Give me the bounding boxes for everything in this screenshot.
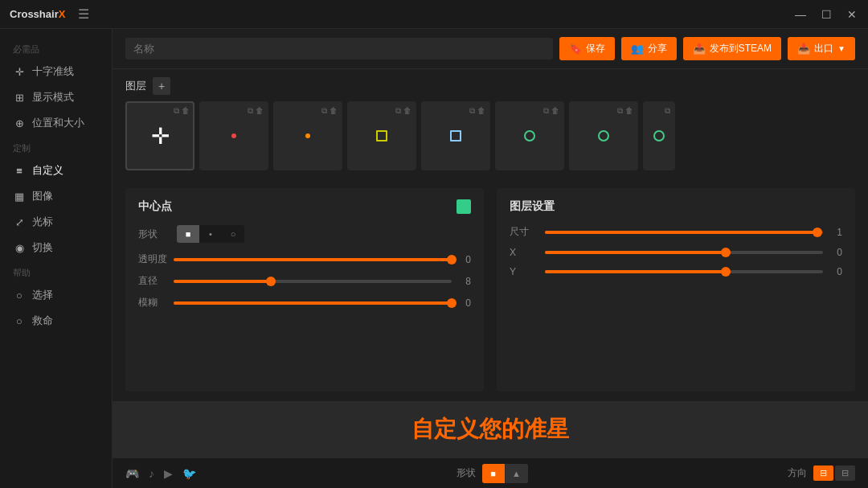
sidebar-item-rescue[interactable]: ○ 救命 [0, 308, 112, 334]
blur-track[interactable] [174, 301, 452, 305]
sidebar-item-select-label: 选择 [32, 288, 53, 302]
layer-card-2[interactable]: ⧉ 🗑 [199, 101, 268, 170]
layer-card-icons-2: ⧉ 🗑 [248, 106, 264, 116]
share-button[interactable]: 👥 分享 [621, 37, 677, 60]
transparency-thumb[interactable] [447, 255, 457, 265]
shape-label: 形状 [138, 228, 170, 241]
save-icon: 🔖 [569, 43, 582, 55]
sidebar-item-custom[interactable]: ≡ 自定义 [0, 158, 112, 183]
app-name: Crosshair [10, 8, 59, 20]
youtube-icon[interactable]: ▶ [164, 467, 173, 480]
sidebar-item-cursor[interactable]: ⤢ 光标 [0, 209, 112, 235]
layer-card-1[interactable]: ⧉ 🗑 ✛ [125, 101, 194, 170]
transparency-track[interactable] [174, 258, 452, 261]
minimize-btn[interactable]: — [794, 8, 807, 21]
blur-label: 模糊 [138, 296, 167, 310]
diameter-value: 8 [458, 276, 471, 287]
bottom-shape-section: 形状 ■ ▲ [457, 464, 528, 483]
sidebar-item-rescue-label: 救命 [32, 314, 53, 328]
blur-fill [174, 301, 452, 305]
sidebar-section-help: 帮助 [0, 260, 112, 282]
custom-icon: ≡ [13, 164, 26, 177]
bottom-shape-triangle[interactable]: ▲ [506, 464, 528, 483]
layer-card-icons-4: ⧉ 🗑 [395, 106, 411, 116]
center-panel-color[interactable] [457, 199, 471, 214]
layer-card-7[interactable]: ⧉ 🗑 [569, 101, 638, 170]
layers-scroll[interactable]: ⧉ 🗑 ✛ ⧉ 🗑 ⧉ 🗑 [125, 101, 855, 174]
sidebar-item-switch-label: 切换 [32, 240, 53, 255]
blur-row: 模糊 0 [138, 296, 471, 310]
layer-card-8[interactable]: ⧉ [643, 101, 675, 170]
layer-card-6[interactable]: ⧉ 🗑 [495, 101, 564, 170]
diameter-thumb[interactable] [266, 277, 276, 286]
sidebar-item-switch[interactable]: ◉ 切换 [0, 235, 112, 260]
y-row: Y 0 [510, 266, 842, 277]
layers-add-btn[interactable]: + [153, 77, 170, 95]
menu-icon[interactable]: ☰ [78, 6, 89, 22]
layer-card-3[interactable]: ⧉ 🗑 [273, 101, 342, 170]
bottom-dir-section: 方向 ⊟ ⊟ [788, 465, 855, 481]
sidebar-item-position-label: 位置和大小 [32, 116, 84, 130]
bottom-shape-square[interactable]: ■ [482, 464, 505, 483]
transparency-value: 0 [458, 254, 471, 265]
app-title: CrosshairX [10, 8, 65, 20]
size-label: 尺寸 [510, 225, 538, 239]
shape-row: 形状 ■ • ○ [138, 225, 471, 243]
sidebar-item-position[interactable]: ⊕ 位置和大小 [0, 110, 112, 136]
layer-preview-circle-green1 [524, 130, 535, 141]
layer-card-icons-6: ⧉ 🗑 [543, 106, 559, 116]
blur-thumb[interactable] [447, 298, 457, 308]
shape-btn-square[interactable]: ■ [177, 225, 199, 243]
size-thumb[interactable] [813, 228, 822, 237]
twitter-icon[interactable]: 🐦 [182, 467, 196, 480]
x-thumb[interactable] [721, 248, 731, 257]
dir-btn-2[interactable]: ⊟ [835, 465, 855, 481]
dir-btn-1[interactable]: ⊟ [813, 465, 833, 481]
size-track[interactable] [545, 231, 823, 234]
shape-btn-circle[interactable]: ○ [222, 225, 244, 243]
title-bar: CrosshairX ☰ — ☐ ✕ [0, 0, 868, 29]
layer-preview-dot-red [231, 133, 236, 138]
transparency-label: 透明度 [138, 252, 167, 266]
publish-button[interactable]: 📤 发布到STEAM [683, 37, 781, 60]
y-thumb[interactable] [721, 267, 731, 277]
export-button[interactable]: 📥 出口 ▼ [788, 37, 855, 60]
layer-card-icons-7: ⧉ 🗑 [617, 106, 633, 116]
x-row: X 0 [510, 247, 842, 258]
size-fill [545, 231, 817, 234]
x-track[interactable] [545, 251, 823, 254]
y-fill [545, 270, 726, 273]
crosshair-icon: ✛ [13, 65, 26, 78]
y-value: 0 [829, 266, 842, 277]
tiktok-icon[interactable]: ♪ [149, 467, 154, 480]
name-input[interactable] [125, 38, 553, 59]
diameter-track[interactable] [174, 280, 452, 283]
close-btn[interactable]: ✕ [845, 8, 858, 21]
toolbar: 🔖 保存 👥 分享 📤 发布到STEAM 📥 出口 ▼ [113, 29, 868, 69]
share-icon: 👥 [631, 43, 644, 55]
save-label: 保存 [586, 42, 605, 55]
settings-row: 中心点 形状 ■ • ○ 透明度 [113, 178, 868, 401]
bottom-dir-label: 方向 [788, 466, 807, 480]
sidebar-item-select[interactable]: ○ 选择 [0, 282, 112, 308]
maximize-btn[interactable]: ☐ [820, 8, 833, 21]
preview-banner: 自定义您的准星 [113, 401, 868, 457]
sidebar-item-display[interactable]: ⊞ 显示模式 [0, 84, 112, 110]
layer-card-icons-3: ⧉ 🗑 [321, 106, 338, 116]
discord-icon[interactable]: 🎮 [125, 467, 139, 480]
diameter-fill [174, 280, 271, 283]
sidebar-item-image[interactable]: ▦ 图像 [0, 183, 112, 209]
diameter-row: 直径 8 [138, 274, 471, 288]
layer-preview-dot-orange [305, 133, 310, 138]
save-button[interactable]: 🔖 保存 [559, 37, 615, 60]
shape-btn-dot[interactable]: • [199, 225, 222, 243]
sidebar-item-crosshair[interactable]: ✛ 十字准线 [0, 59, 112, 84]
export-icon: 📥 [797, 43, 810, 55]
layer-preview-circle-green2 [598, 130, 609, 141]
x-value: 0 [829, 247, 842, 258]
export-label: 出口 [814, 42, 833, 55]
content-area: 🔖 保存 👥 分享 📤 发布到STEAM 📥 出口 ▼ 图层 + [113, 29, 868, 488]
y-track[interactable] [545, 270, 823, 273]
layer-card-4[interactable]: ⧉ 🗑 [347, 101, 416, 170]
layer-card-5[interactable]: ⧉ 🗑 [421, 101, 490, 170]
